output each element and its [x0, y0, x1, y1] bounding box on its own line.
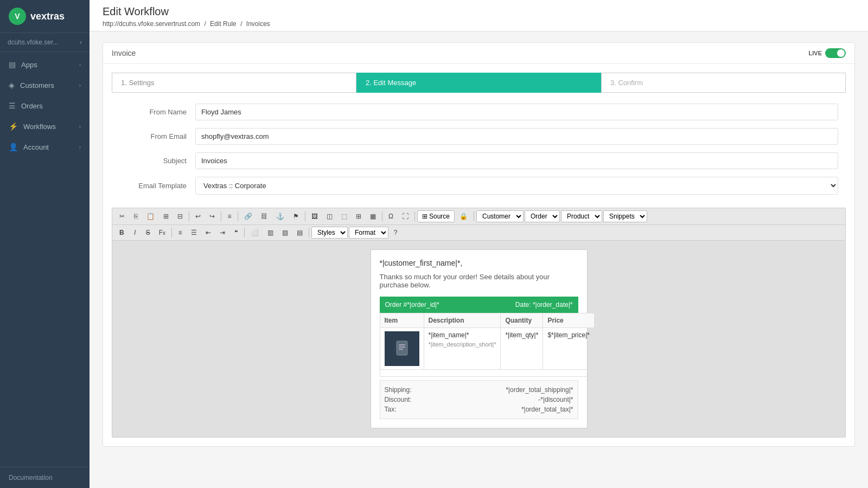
align-right-button[interactable]: ▧ — [278, 227, 292, 239]
source-icon: ⊞ — [422, 213, 427, 220]
breadcrumb-domain: http://dcuhs.vfoke.servertrust.com — [103, 20, 200, 28]
strikethrough-button[interactable]: S — [142, 227, 154, 239]
sidebar-nav: ▤ Apps › ◈ Customers › ☰ Orders ⚡ Workfl… — [0, 52, 90, 467]
col-item: Item — [380, 313, 424, 328]
snippets-dropdown[interactable]: Snippets — [603, 210, 647, 222]
sidebar-item-workflows[interactable]: ⚡ Workflows › — [0, 116, 90, 137]
tb-sep2 — [221, 211, 221, 221]
bold-button[interactable]: B — [116, 227, 128, 239]
align-left-button[interactable]: ⬜ — [247, 227, 263, 239]
logo-icon: V — [9, 8, 26, 25]
subject-label: Subject — [119, 157, 195, 165]
cut-button[interactable]: ✂ — [116, 210, 129, 222]
sidebar-item-label-workflows: Workflows — [23, 123, 56, 131]
tax-label: Tax: — [385, 406, 397, 413]
live-toggle[interactable]: LIVE — [809, 48, 846, 58]
sidebar-item-account[interactable]: 👤 Account › — [0, 137, 90, 157]
tb-sep7 — [474, 211, 474, 221]
source-label: Source — [429, 213, 450, 220]
apps-icon: ▤ — [9, 60, 16, 69]
email-template-select[interactable]: Vextras :: Corporate — [195, 177, 838, 195]
fullscreen-button[interactable]: ⛶ — [398, 210, 412, 222]
paste-word-button[interactable]: ⊟ — [174, 210, 187, 222]
decrease-indent-button[interactable]: ⇤ — [202, 227, 215, 239]
editor-body: *|customer_first_name|*, Thanks so much … — [112, 241, 845, 437]
account-nav-icon: 👤 — [9, 143, 18, 151]
account-chevron-icon: ‹ — [80, 38, 82, 46]
tax-value: *|order_total_tax|* — [521, 406, 573, 413]
step-settings[interactable]: 1. Settings — [112, 73, 356, 93]
undo-button[interactable]: ↩ — [192, 210, 205, 222]
table-col-after[interactable]: ⬚ — [337, 210, 351, 222]
breadcrumb: http://dcuhs.vfoke.servertrust.com / Edi… — [103, 20, 855, 28]
subscript-button[interactable]: Fx — [155, 227, 169, 239]
sidebar-logo: V vextras — [0, 0, 90, 33]
italic-button[interactable]: I — [129, 227, 141, 239]
sidebar-item-label-customers: Customers — [20, 81, 54, 89]
styles-dropdown[interactable]: Styles — [311, 227, 348, 239]
invoice-card-title: Invoice — [112, 49, 136, 57]
toggle-switch[interactable] — [825, 48, 846, 58]
increase-indent-button[interactable]: ⇥ — [216, 227, 229, 239]
table-row-after[interactable]: ▦ — [366, 210, 380, 222]
tb-sep4 — [305, 211, 305, 221]
link-button[interactable]: 🔗 — [240, 210, 256, 222]
sidebar-item-apps[interactable]: ▤ Apps › — [0, 54, 90, 75]
product-dropdown[interactable]: Product — [561, 210, 602, 222]
discount-label: Discount: — [385, 396, 412, 403]
lock-button[interactable]: 🔒 — [456, 210, 471, 222]
sidebar-item-label-account: Account — [23, 143, 49, 151]
find-button[interactable]: ≡ — [224, 210, 235, 222]
order-dropdown[interactable]: Order — [525, 210, 560, 222]
totals-section: Shipping: *|order_total_shipping|* Disco… — [380, 380, 578, 419]
help-button[interactable]: ? — [390, 227, 401, 239]
order-header: Order #*|order_id|* Date: *|order_date|* — [380, 297, 578, 313]
unordered-list-button[interactable]: ☰ — [187, 227, 201, 239]
format-dropdown[interactable]: Format — [349, 227, 388, 239]
from-email-input[interactable] — [195, 128, 838, 145]
order-id-label: Order #*|order_id|* — [385, 301, 515, 309]
orders-icon: ☰ — [9, 101, 16, 110]
form-row-template: Email Template Vextras :: Corporate — [119, 177, 838, 195]
image-button[interactable]: 🖼 — [308, 210, 322, 222]
svg-rect-2 — [399, 346, 405, 348]
step-confirm[interactable]: 3. Confirm — [601, 73, 846, 93]
table-col-before[interactable]: ◫ — [323, 210, 336, 222]
customers-icon: ◈ — [9, 81, 15, 89]
tb-sep1 — [189, 211, 189, 221]
redo-button[interactable]: ↪ — [206, 210, 219, 222]
live-label: LIVE — [809, 50, 822, 56]
page-body: Invoice LIVE 1. Settings 2. Edit Message… — [90, 31, 868, 488]
form-row-subject: Subject — [119, 152, 838, 169]
unlink-button[interactable]: ⛓ — [257, 210, 271, 222]
flag-button[interactable]: ⚑ — [289, 210, 303, 222]
copy-button[interactable]: ⎘ — [130, 210, 142, 222]
customer-dropdown[interactable]: Customer — [476, 210, 524, 222]
align-justify-button[interactable]: ▤ — [293, 227, 307, 239]
align-center-button[interactable]: ▥ — [264, 227, 277, 239]
sidebar-item-orders[interactable]: ☰ Orders — [0, 95, 90, 116]
table-row-before[interactable]: ⊞ — [352, 210, 365, 222]
sidebar-item-customers[interactable]: ◈ Customers › — [0, 75, 90, 95]
anchor-button[interactable]: ⚓ — [272, 210, 288, 222]
source-button[interactable]: ⊞ Source — [417, 210, 455, 222]
tb-sep8 — [171, 228, 172, 237]
email-template-label: Email Template — [119, 182, 195, 190]
sidebar-account-item[interactable]: dcuhs.vfoke.ser... ‹ — [0, 33, 90, 52]
step-edit-message[interactable]: 2. Edit Message — [356, 73, 601, 93]
blockquote-button[interactable]: ❝ — [230, 227, 242, 239]
ordered-list-button[interactable]: ≡ — [174, 227, 186, 239]
paste-text-button[interactable]: ⊞ — [159, 210, 173, 222]
invoice-card: Invoice LIVE 1. Settings 2. Edit Message… — [103, 42, 855, 447]
col-price: Price — [543, 313, 595, 328]
svg-rect-0 — [397, 341, 407, 355]
workflows-icon: ⚡ — [9, 122, 18, 131]
tb-sep10 — [309, 228, 309, 237]
sidebar-footer-docs[interactable]: Documentation — [0, 467, 90, 488]
sidebar-item-label-apps: Apps — [21, 61, 37, 69]
special-char-button[interactable]: Ω — [385, 210, 397, 222]
order-date-label: Date: *|order_date|* — [515, 301, 573, 309]
paste-button[interactable]: 📋 — [143, 210, 158, 222]
subject-input[interactable] — [195, 152, 838, 169]
from-name-input[interactable] — [195, 104, 838, 120]
